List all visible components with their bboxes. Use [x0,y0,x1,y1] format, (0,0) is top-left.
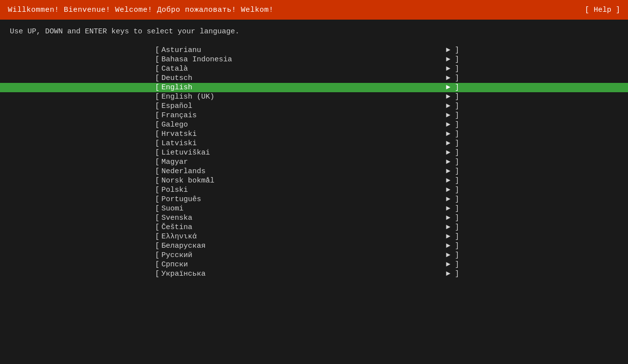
bracket-open: [ [155,46,159,54]
language-name: Bahasa Indonesia [161,55,446,64]
language-item[interactable]: [ Українська► ] [0,269,628,279]
arrow-bracket: ► ] [446,65,459,73]
language-name: English [161,83,446,92]
language-item[interactable]: [ Español► ] [0,102,628,111]
language-name: Čeština [161,223,446,232]
language-item[interactable]: [ Hrvatski► ] [0,130,628,139]
language-item[interactable]: [ Čeština► ] [0,223,628,232]
bracket-open: [ [155,270,159,278]
language-item[interactable]: [ Français► ] [0,111,628,120]
bracket-open: [ [155,242,159,250]
language-name: English (UK) [161,93,446,101]
language-name: Latviski [161,139,446,148]
language-name: Deutsch [161,74,446,82]
arrow-bracket: ► ] [446,205,459,213]
language-item[interactable]: [ Asturianu► ] [0,46,628,55]
bracket-open: [ [155,65,159,73]
bracket-open: [ [155,121,159,129]
language-name: Português [161,195,446,204]
bracket-open: [ [155,139,159,148]
arrow-bracket: ► ] [446,242,459,250]
language-item[interactable]: [ Norsk bokmål► ] [0,176,628,185]
language-name: Беларуская [161,242,446,250]
bracket-open: [ [155,251,159,260]
language-name: Asturianu [161,46,446,54]
arrow-bracket: ► ] [446,130,459,138]
bracket-open: [ [155,130,159,138]
language-item[interactable]: [ Português► ] [0,195,628,204]
arrow-bracket: ► ] [446,177,459,185]
language-name: Norsk bokmål [161,177,446,185]
arrow-bracket: ► ] [446,55,459,64]
arrow-bracket: ► ] [446,83,459,92]
arrow-bracket: ► ] [446,74,459,82]
arrow-bracket: ► ] [446,223,459,232]
language-name: Magyar [161,158,446,166]
bracket-open: [ [155,205,159,213]
language-item[interactable]: [ Polski► ] [0,185,628,195]
arrow-bracket: ► ] [446,167,459,176]
bracket-open: [ [155,186,159,194]
language-name: Hrvatski [161,130,446,138]
arrow-bracket: ► ] [446,158,459,166]
language-item[interactable]: [ Galego► ] [0,120,628,130]
instructions: Use UP, DOWN and ENTER keys to select yo… [0,20,628,44]
language-name: Русский [161,251,446,260]
bracket-open: [ [155,83,159,92]
language-item[interactable]: [ Bahasa Indonesia► ] [0,55,628,64]
bracket-open: [ [155,93,159,101]
arrow-bracket: ► ] [446,270,459,278]
bracket-open: [ [155,102,159,110]
language-name: Ελληνικά [161,233,446,241]
arrow-bracket: ► ] [446,214,459,222]
bracket-open: [ [155,167,159,176]
language-list: [ Asturianu► ][ Bahasa Indonesia► ][ Cat… [0,46,628,279]
header-title: Willkommen! Bienvenue! Welcome! Добро по… [8,6,274,14]
bracket-open: [ [155,55,159,64]
arrow-bracket: ► ] [446,233,459,241]
language-name: Svenska [161,214,446,222]
arrow-bracket: ► ] [446,121,459,129]
arrow-bracket: ► ] [446,149,459,157]
language-name: Suomi [161,205,446,213]
language-item[interactable]: [ Беларуская► ] [0,241,628,251]
language-name: Polski [161,186,446,194]
language-name: Galego [161,121,446,129]
language-item[interactable]: [ Català► ] [0,64,628,74]
language-name: Српски [161,260,446,269]
language-item[interactable]: [ English► ] [0,83,628,92]
language-item[interactable]: [ Српски► ] [0,260,628,269]
language-name: Українська [161,270,446,278]
language-item[interactable]: [ Ελληνικά► ] [0,232,628,241]
language-item[interactable]: [ Suomi► ] [0,204,628,213]
language-name: Español [161,102,446,110]
language-name: Nederlands [161,167,446,176]
language-item[interactable]: [ Magyar► ] [0,157,628,167]
language-item[interactable]: [ Русский► ] [0,251,628,260]
bracket-open: [ [155,233,159,241]
arrow-bracket: ► ] [446,251,459,260]
bracket-open: [ [155,74,159,82]
arrow-bracket: ► ] [446,139,459,148]
bracket-open: [ [155,223,159,232]
language-name: Català [161,65,446,73]
arrow-bracket: ► ] [446,260,459,269]
bracket-open: [ [155,195,159,204]
language-item[interactable]: [ Deutsch► ] [0,74,628,83]
language-item[interactable]: [ English (UK)► ] [0,92,628,102]
arrow-bracket: ► ] [446,46,459,54]
bracket-open: [ [155,111,159,120]
arrow-bracket: ► ] [446,93,459,101]
arrow-bracket: ► ] [446,102,459,110]
arrow-bracket: ► ] [446,186,459,194]
arrow-bracket: ► ] [446,111,459,120]
bracket-open: [ [155,177,159,185]
language-item[interactable]: [ Lietuviškai► ] [0,148,628,157]
language-item[interactable]: [ Latviski► ] [0,139,628,148]
language-name: Lietuviškai [161,149,446,157]
bracket-open: [ [155,158,159,166]
language-item[interactable]: [ Nederlands► ] [0,167,628,176]
help-button[interactable]: [ Help ] [585,6,620,14]
bracket-open: [ [155,260,159,269]
language-item[interactable]: [ Svenska► ] [0,213,628,223]
